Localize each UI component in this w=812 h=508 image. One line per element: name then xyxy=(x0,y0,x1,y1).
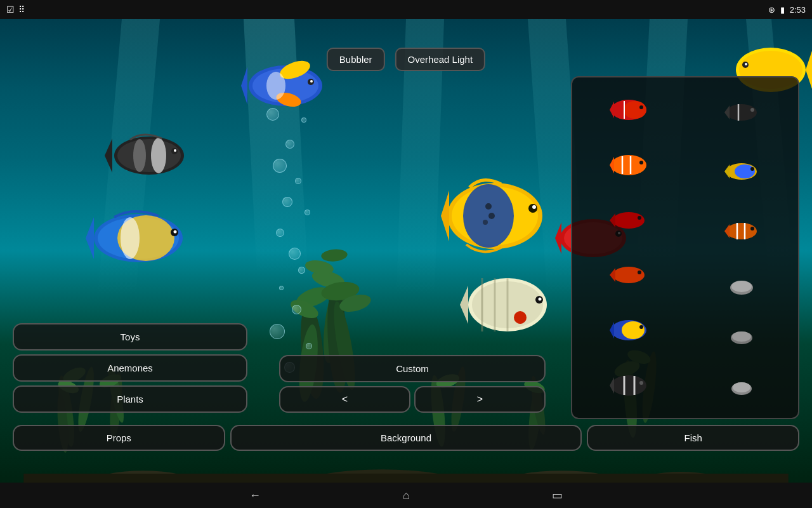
status-left: ☑ ⠿ xyxy=(6,4,25,15)
svg-point-70 xyxy=(539,298,542,301)
svg-point-11 xyxy=(321,248,348,262)
fish-picker-item[interactable] xyxy=(719,218,764,244)
overhead-light-button[interactable]: Overhead Light xyxy=(395,48,486,71)
fish-picker-item[interactable] xyxy=(606,207,651,234)
svg-marker-37 xyxy=(806,51,812,89)
svg-point-71 xyxy=(447,183,542,249)
app: ☑ ⠿ ⊛ ▮ 2:53 xyxy=(0,0,812,508)
fish-picker-item[interactable] xyxy=(719,99,764,126)
fish-picker-item[interactable] xyxy=(606,317,651,344)
left-menu: Toys Anemones Plants xyxy=(13,323,247,413)
svg-point-7 xyxy=(320,279,361,302)
svg-point-109 xyxy=(639,381,643,385)
fish-picker-item[interactable] xyxy=(606,372,651,399)
svg-marker-96 xyxy=(610,213,615,227)
plants-button[interactable]: Plants xyxy=(13,385,247,413)
toys-button[interactable]: Toys xyxy=(13,323,247,351)
stone-picker-item[interactable] xyxy=(728,378,756,396)
svg-point-126 xyxy=(732,331,751,342)
svg-point-98 xyxy=(613,267,645,283)
svg-point-53 xyxy=(171,148,178,154)
svg-marker-112 xyxy=(724,105,730,119)
fish-tab[interactable]: Fish xyxy=(587,425,799,451)
clock: 2:53 xyxy=(790,5,806,15)
svg-point-6 xyxy=(310,267,346,291)
svg-point-104 xyxy=(639,325,643,329)
svg-point-10 xyxy=(304,258,334,276)
prev-button[interactable]: < xyxy=(279,386,410,413)
svg-marker-116 xyxy=(724,164,730,178)
back-button[interactable]: ← xyxy=(242,486,268,505)
svg-point-113 xyxy=(750,108,754,112)
wifi-icon: ⊛ xyxy=(768,5,775,15)
bottom-tabs-row: Props Background Fish xyxy=(13,425,799,451)
svg-point-77 xyxy=(483,220,488,225)
svg-point-54 xyxy=(174,149,176,152)
stone-picker-item[interactable] xyxy=(728,277,756,295)
battery-icon: ▮ xyxy=(780,5,785,15)
bubble xyxy=(301,117,306,123)
fish-col-left xyxy=(572,77,685,418)
svg-point-74 xyxy=(463,184,514,248)
custom-button[interactable]: Custom xyxy=(279,355,546,382)
svg-point-72 xyxy=(452,187,538,245)
stone-picker-item[interactable] xyxy=(728,328,756,345)
svg-point-97 xyxy=(638,216,641,220)
svg-marker-64 xyxy=(460,286,468,324)
menu-icon: ⠿ xyxy=(18,4,25,15)
svg-point-79 xyxy=(532,205,536,209)
svg-marker-121 xyxy=(724,224,730,238)
top-buttons: Bubbler Overhead Light xyxy=(327,48,485,71)
svg-point-89 xyxy=(639,105,643,109)
bubbler-button[interactable]: Bubbler xyxy=(327,48,385,71)
svg-marker-87 xyxy=(610,102,614,118)
svg-point-63 xyxy=(472,281,543,328)
svg-point-62 xyxy=(468,278,547,331)
svg-point-47 xyxy=(310,80,313,83)
fish-picker-item[interactable] xyxy=(606,97,651,123)
svg-point-9 xyxy=(337,291,372,315)
light-ray xyxy=(244,19,318,483)
checkbox-icon: ☑ xyxy=(6,4,15,15)
svg-point-75 xyxy=(485,203,492,210)
next-button[interactable]: > xyxy=(414,386,546,413)
fish-picker-item[interactable] xyxy=(606,152,651,178)
svg-marker-73 xyxy=(441,190,449,241)
svg-point-86 xyxy=(624,101,646,119)
svg-point-115 xyxy=(735,164,755,178)
svg-point-94 xyxy=(639,161,643,164)
svg-point-102 xyxy=(622,321,645,339)
svg-point-128 xyxy=(733,382,750,392)
fish-picker-item[interactable] xyxy=(719,158,764,185)
svg-point-122 xyxy=(750,227,754,231)
aquarium-background: Bubbler Overhead Light Toys Anemones Pla… xyxy=(0,19,812,483)
svg-point-38 xyxy=(742,62,749,68)
svg-point-105 xyxy=(611,375,646,396)
svg-point-118 xyxy=(726,223,757,239)
decorative-fish-butterfly xyxy=(457,267,558,343)
background-tab[interactable]: Background xyxy=(230,425,582,451)
props-tab[interactable]: Props xyxy=(13,425,225,451)
svg-point-31 xyxy=(310,469,454,483)
svg-point-90 xyxy=(611,155,646,175)
bubble xyxy=(304,210,310,215)
svg-marker-103 xyxy=(610,322,614,338)
svg-point-46 xyxy=(308,79,314,85)
svg-point-60 xyxy=(171,229,178,236)
nav-bar: ← ⌂ ▭ xyxy=(0,483,812,508)
svg-point-69 xyxy=(535,296,543,304)
svg-marker-91 xyxy=(610,157,614,173)
fish-panel xyxy=(571,76,799,419)
svg-point-68 xyxy=(514,311,527,324)
svg-point-1 xyxy=(320,279,349,364)
svg-point-100 xyxy=(638,271,641,274)
anemones-button[interactable]: Anemones xyxy=(13,354,247,382)
recents-button[interactable]: ▭ xyxy=(544,486,570,505)
svg-point-61 xyxy=(174,231,177,234)
fish-picker-item[interactable] xyxy=(606,262,651,288)
home-button[interactable]: ⌂ xyxy=(395,486,417,505)
svg-point-51 xyxy=(151,138,166,173)
svg-marker-108 xyxy=(610,377,614,394)
center-menu: Custom < > xyxy=(279,355,546,413)
svg-point-95 xyxy=(613,212,645,229)
